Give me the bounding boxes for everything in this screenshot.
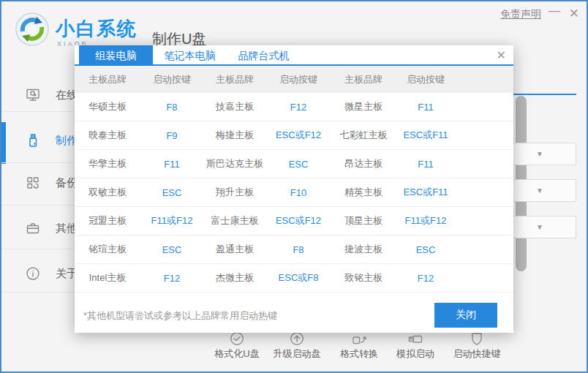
dialog-close-icon[interactable]: ✕ <box>497 48 506 62</box>
motherboard-brand: Intel主板 <box>75 271 140 285</box>
tab-brand-desktop[interactable]: 品牌台式机 <box>227 45 301 66</box>
boot-key: ESC或F12 <box>266 129 331 142</box>
table-row: 华擎主板F11斯巴达克主板ESC昂达主板F11 <box>75 150 513 178</box>
toolbar-item-label: 格式化U盘 <box>203 347 271 361</box>
dialog-table-body: 华硕主板F8技嘉主板F12微星主板F11映泰主板F9梅捷主板ESC或F12七彩虹… <box>75 93 513 293</box>
window-close-icon[interactable]: ✕ <box>569 6 579 21</box>
column-header: 主板品牌 <box>331 73 396 86</box>
toolbar-item-label: 模拟启动 <box>382 347 449 361</box>
monitor-icon <box>25 87 41 103</box>
motherboard-brand: 梅捷主板 <box>203 129 266 142</box>
divider <box>1 205 75 206</box>
grid-icon <box>25 175 41 191</box>
tab-assembled-pc[interactable]: 组装电脑 <box>79 45 153 66</box>
column-header: 启动按键 <box>140 73 203 86</box>
chevron-down-icon: ▼ <box>536 223 543 231</box>
column-header: 启动按键 <box>396 73 455 86</box>
boot-key: F12 <box>140 273 203 284</box>
motherboard-brand: 七彩虹主板 <box>331 129 396 142</box>
table-row: Intel主板F12杰微主板ESC或F8致铭主板F12 <box>75 264 513 293</box>
app-title: 小白系统 <box>56 16 137 42</box>
boot-key: F10 <box>266 187 331 198</box>
table-row: 华硕主板F8技嘉主板F12微星主板F11 <box>75 93 513 121</box>
divider <box>1 162 75 163</box>
chevron-down-icon: ▼ <box>536 186 543 195</box>
toolbar-boot-hotkeys[interactable]: 启动快捷键 <box>443 331 510 361</box>
boot-key: ESC或F12 <box>266 214 331 227</box>
boot-key: ESC或F11 <box>396 129 455 142</box>
boot-hotkey-dialog: 组装电脑 笔记本电脑 品牌台式机 ✕ 主板品牌 启动按键 主板品牌 启动按键 主… <box>75 45 513 333</box>
boot-key: ESC或F11 <box>396 186 455 199</box>
motherboard-brand: 冠盟主板 <box>75 214 140 227</box>
boot-key: F9 <box>140 130 203 141</box>
motherboard-brand: 微星主板 <box>331 100 396 113</box>
boot-key: F11或F12 <box>396 214 455 227</box>
boot-key: ESC <box>140 244 203 255</box>
motherboard-brand: 翔升主板 <box>203 186 266 199</box>
dialog-footer: *其他机型请尝试或参考以上品牌常用启动热键 关闭 <box>75 293 513 333</box>
motherboard-brand: 双敏主板 <box>75 186 140 199</box>
sidebar-item-about[interactable]: 关于 <box>1 252 75 295</box>
close-dialog-button[interactable]: 关闭 <box>434 303 497 328</box>
sidebar-item-make-usb[interactable]: 制作 <box>1 119 75 162</box>
minimize-icon[interactable]: — <box>549 4 560 18</box>
motherboard-brand: 铭瑄主板 <box>75 243 140 256</box>
boot-key: F11 <box>396 159 455 170</box>
boot-key: F12 <box>266 102 331 113</box>
info-icon <box>25 265 41 282</box>
shield-icon <box>469 331 485 347</box>
motherboard-brand: 斯巴达克主板 <box>203 157 266 170</box>
briefcase-icon <box>25 220 41 236</box>
toolbar-simulate-boot[interactable]: 模拟启动 <box>382 331 449 361</box>
usb-drive-icon <box>25 132 41 148</box>
column-header: 主板品牌 <box>75 73 140 86</box>
table-row: 冠盟主板F11或F12富士康主板ESC或F12顶星主板F11或F12 <box>75 207 513 236</box>
sidebar-item-online[interactable]: 在线 <box>1 74 75 116</box>
motherboard-brand: 昂达主板 <box>331 157 396 170</box>
sidebar-item-backup[interactable]: 备份 <box>1 162 75 204</box>
tab-laptop[interactable]: 笔记本电脑 <box>153 45 227 66</box>
disclaimer-link[interactable]: 免责声明 <box>500 8 541 21</box>
motherboard-brand: 捷波主板 <box>331 243 396 256</box>
table-row: 铭瑄主板ESC盈通主板F8捷波主板ESC <box>75 236 513 264</box>
motherboard-brand: 华硕主板 <box>75 100 140 113</box>
app-window: 免责声明 — ✕ 小白系统 XIAOB 制作U盘 在线 <box>0 0 588 373</box>
motherboard-brand: 富士康主板 <box>203 214 266 227</box>
sidebar-active-indicator <box>1 122 6 164</box>
boot-key: ESC或F8 <box>266 271 331 285</box>
boot-key: F12 <box>396 273 455 284</box>
table-header-row: 主板品牌 启动按键 主板品牌 启动按键 主板品牌 启动按键 <box>75 66 513 93</box>
divider <box>1 292 75 293</box>
boot-key: F8 <box>140 102 203 113</box>
column-header: 主板品牌 <box>203 73 266 86</box>
dialog-tabs: 组装电脑 笔记本电脑 品牌台式机 ✕ <box>75 45 513 66</box>
divider <box>1 249 75 249</box>
usb-stick-icon <box>407 331 423 347</box>
divider <box>1 111 75 112</box>
motherboard-brand: 华擎主板 <box>75 157 140 170</box>
toolbar-upgrade-boot-disk[interactable]: 升级启动盘 <box>263 331 331 361</box>
motherboard-brand: 盈通主板 <box>203 243 266 256</box>
toolbar-format-usb[interactable]: 格式化U盘 <box>203 331 271 361</box>
convert-icon <box>351 331 367 347</box>
table-row: 映泰主板F9梅捷主板ESC或F12七彩虹主板ESC或F11 <box>75 121 513 150</box>
boot-key: ESC <box>140 187 203 198</box>
boot-key: ESC <box>266 159 331 170</box>
footnote-text: *其他机型请尝试或参考以上品牌常用启动热键 <box>83 309 277 323</box>
column-header: 启动按键 <box>266 73 331 86</box>
boot-key: F11 <box>396 102 455 113</box>
boot-key: F11或F12 <box>140 214 203 227</box>
motherboard-brand: 映泰主板 <box>75 129 140 142</box>
sidebar-item-other[interactable]: 其他 <box>1 207 75 249</box>
boot-key: F8 <box>266 244 331 255</box>
boot-key: F11 <box>140 159 203 170</box>
motherboard-brand: 致铭主板 <box>331 271 396 285</box>
toolbar-item-label: 升级启动盘 <box>263 347 331 361</box>
arrow-up-circle-icon <box>289 331 305 347</box>
table-row: 双敏主板ESC翔升主板F10精英主板ESC或F11 <box>75 178 513 207</box>
motherboard-brand: 杰微主板 <box>203 271 266 285</box>
motherboard-brand: 技嘉主板 <box>203 100 266 113</box>
check-circle-icon <box>229 331 245 347</box>
app-logo-icon <box>15 12 50 47</box>
motherboard-brand: 顶星主板 <box>331 214 396 227</box>
